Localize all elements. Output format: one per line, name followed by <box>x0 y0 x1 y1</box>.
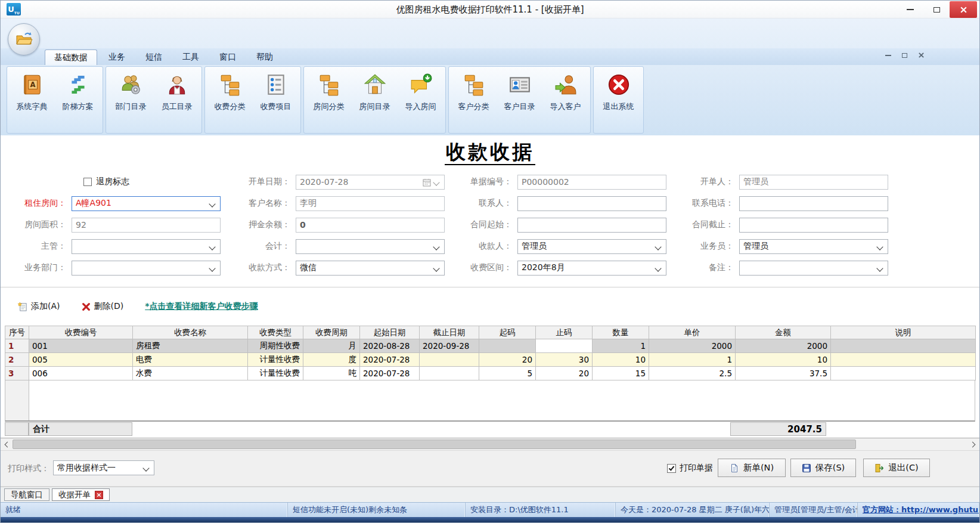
mdi-restore-icon[interactable] <box>902 53 907 58</box>
column-header-5[interactable]: 起始日期 <box>360 326 420 339</box>
column-header-12[interactable]: 说明 <box>831 326 976 339</box>
table-row-1[interactable]: 1001房租费周期性收费月2020-08-282020-09-281200020… <box>5 339 976 353</box>
table-cell[interactable]: 2 <box>5 353 29 367</box>
payee-select[interactable]: 管理员 <box>517 239 666 254</box>
ribbon-tab-window[interactable]: 窗口 <box>210 49 245 65</box>
table-cell[interactable]: 水费 <box>133 367 248 380</box>
ribbon-button-system-dictionary[interactable]: A系统字典 <box>9 70 55 132</box>
column-header-1[interactable]: 收费编号 <box>29 326 133 339</box>
ribbon-button-customer-category[interactable]: 客户分类 <box>451 70 497 132</box>
table-cell[interactable]: 1 <box>593 339 649 353</box>
table-cell[interactable]: 计量性收费 <box>248 353 303 367</box>
ribbon-tab-tools[interactable]: 工具 <box>173 49 208 65</box>
table-cell[interactable]: 2020-07-28 <box>360 353 420 367</box>
business-dept-select[interactable] <box>72 261 221 276</box>
table-cell[interactable] <box>831 367 976 380</box>
accountant-select[interactable] <box>296 239 445 254</box>
scroll-left-button[interactable] <box>1 438 13 450</box>
column-header-9[interactable]: 数量 <box>593 326 649 339</box>
column-header-8[interactable]: 止码 <box>536 326 593 339</box>
table-cell[interactable]: 计量性收费 <box>248 367 303 380</box>
exit-button[interactable]: 退出(C) <box>863 459 930 477</box>
table-cell[interactable]: 20 <box>479 353 536 367</box>
table-cell[interactable]: 2.5 <box>649 367 736 380</box>
salesman-select[interactable]: 管理员 <box>739 239 888 254</box>
mdi-close-icon[interactable] <box>918 52 925 58</box>
ribbon-button-exit-system[interactable]: 退出系统 <box>596 70 641 132</box>
table-cell[interactable]: 37.5 <box>736 367 831 380</box>
refund-flag-checkbox[interactable]: 退房标志 <box>83 177 224 187</box>
close-icon[interactable] <box>950 1 977 18</box>
table-cell[interactable]: 月 <box>303 339 360 353</box>
add-row-button[interactable]: 添加(A) <box>17 301 60 312</box>
table-cell[interactable]: 1 <box>5 339 29 353</box>
ribbon-button-employee-directory[interactable]: 员工目录 <box>154 70 200 132</box>
table-cell[interactable]: 周期性收费 <box>248 339 303 353</box>
save-button[interactable]: 保存(S) <box>790 459 856 477</box>
scrollbar-thumb[interactable] <box>13 440 856 449</box>
contract-end-input[interactable] <box>739 218 888 233</box>
supervisor-select[interactable] <box>72 239 221 254</box>
print-style-select[interactable]: 常用收据样式一 <box>53 460 154 475</box>
table-cell[interactable] <box>420 353 479 367</box>
new-receipt-button[interactable]: 新单(N) <box>718 459 786 477</box>
column-header-10[interactable]: 单价 <box>649 326 736 339</box>
table-cell[interactable]: 10 <box>736 353 831 367</box>
new-customer-steps-link[interactable]: *点击查看详细新客户收费步骤 <box>145 301 258 312</box>
ribbon-button-department-directory[interactable]: 部门目录 <box>108 70 154 132</box>
scroll-right-button[interactable] <box>967 438 979 450</box>
checkbox-box[interactable] <box>667 464 676 473</box>
table-cell[interactable]: 度 <box>303 353 360 367</box>
delete-row-button[interactable]: 删除(D) <box>82 301 124 312</box>
table-cell[interactable]: 电费 <box>133 353 248 367</box>
table-cell[interactable]: 2020-09-28 <box>420 339 479 353</box>
table-cell[interactable] <box>831 339 976 353</box>
mdi-minimize-icon[interactable] <box>885 55 891 56</box>
status-website-link[interactable]: 官方网站：http://www.ghutu.com <box>858 503 979 517</box>
ribbon-button-tier-plan[interactable]: 阶梯方案 <box>55 70 101 132</box>
column-header-3[interactable]: 收费类型 <box>248 326 303 339</box>
table-cell[interactable] <box>831 353 976 367</box>
table-row-2[interactable]: 2005电费计量性收费度2020-07-28203010110 <box>5 353 976 367</box>
table-cell[interactable]: 005 <box>29 353 133 367</box>
column-header-0[interactable]: 序号 <box>5 326 29 339</box>
table-cell[interactable]: 15 <box>593 367 649 380</box>
contact-phone-input[interactable] <box>739 196 888 211</box>
table-cell[interactable] <box>420 367 479 380</box>
table-cell[interactable]: 2020-07-28 <box>360 367 420 380</box>
contact-person-input[interactable] <box>517 196 666 211</box>
file-menu-button[interactable] <box>8 23 40 55</box>
contract-start-input[interactable] <box>517 218 666 233</box>
ribbon-button-room-category[interactable]: 房间分类 <box>306 70 352 132</box>
table-cell[interactable]: 吨 <box>303 367 360 380</box>
fee-period-select[interactable]: 2020年8月 <box>517 261 666 276</box>
table-cell[interactable]: 5 <box>479 367 536 380</box>
table-cell[interactable]: 3 <box>5 367 29 380</box>
column-header-7[interactable]: 起码 <box>479 326 536 339</box>
ribbon-tab-help[interactable]: 帮助 <box>247 49 282 65</box>
ribbon-button-import-customers[interactable]: 导入客户 <box>542 70 588 132</box>
maximize-icon[interactable] <box>923 1 950 18</box>
table-row-3[interactable]: 3006水费计量性收费吨2020-07-28520152.537.5 <box>5 367 976 380</box>
table-cell[interactable]: 房租费 <box>133 339 248 353</box>
table-cell[interactable]: 20 <box>536 367 593 380</box>
print-receipt-checkbox[interactable]: 打印单据 <box>667 463 713 474</box>
ribbon-button-room-directory[interactable]: 房间目录 <box>352 70 398 132</box>
checkbox-box[interactable] <box>83 178 92 186</box>
nav-window-tab[interactable]: 导航窗口 <box>4 488 49 501</box>
minimize-icon[interactable] <box>897 1 923 18</box>
column-header-11[interactable]: 金额 <box>736 326 831 339</box>
table-cell[interactable]: 2000 <box>736 339 831 353</box>
table-cell[interactable]: 10 <box>593 353 649 367</box>
ribbon-button-import-rooms[interactable]: 导入房间 <box>398 70 444 132</box>
ribbon-tab-basic-data[interactable]: 基础数据 <box>45 49 97 65</box>
ribbon-button-customer-directory[interactable]: 客户目录 <box>497 70 542 132</box>
table-cell[interactable]: 001 <box>29 339 133 353</box>
tab-close-icon[interactable] <box>95 491 103 499</box>
table-cell[interactable]: 2020-08-28 <box>360 339 420 353</box>
table-cell[interactable] <box>536 339 593 353</box>
payment-method-select[interactable]: 微信 <box>296 261 445 276</box>
table-cell[interactable]: 2000 <box>649 339 736 353</box>
ribbon-tab-sms[interactable]: 短信 <box>137 49 171 65</box>
table-cell[interactable]: 1 <box>649 353 736 367</box>
